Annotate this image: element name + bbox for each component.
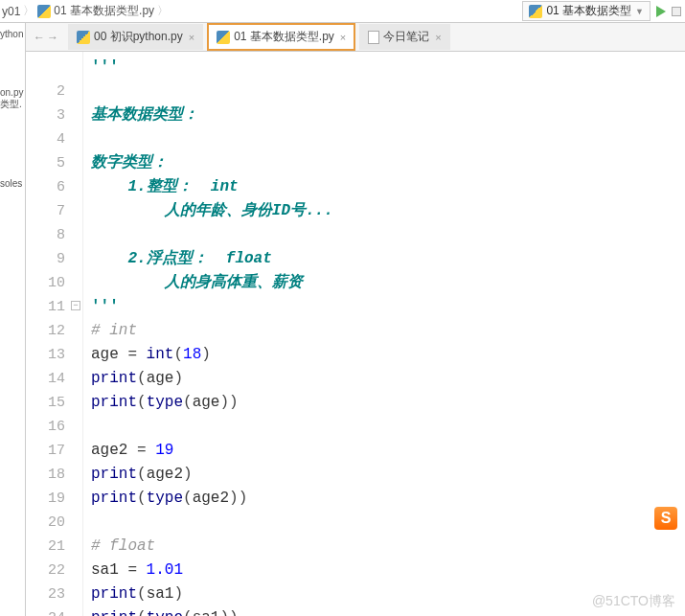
nav-back-icon[interactable]: ← [34, 31, 45, 44]
line-number: 13 [26, 343, 82, 367]
main-row: ython on.py 类型. soles ← → 00 初识python.py… [0, 23, 685, 616]
close-icon[interactable]: × [435, 32, 441, 43]
code-line: age2 = 19 [91, 439, 685, 463]
line-number: 5 [26, 151, 82, 175]
code-line: 人的身高体重、薪资 [91, 271, 685, 295]
code-area[interactable]: ''' 基本数据类型： 数字类型： 1.整型： int 人的年龄、身份ID号..… [83, 52, 685, 616]
line-number: 16 [26, 415, 82, 439]
line-number: 6 [26, 175, 82, 199]
line-gutter: 2 3 4 5 6 7 8 9 10 11− 12 13 14 15 16 17… [26, 52, 83, 616]
line-number: 11− [26, 295, 82, 319]
code-line: 基本数据类型： [91, 103, 685, 127]
line-number: 12 [26, 319, 82, 343]
python-file-icon [529, 5, 542, 18]
line-number: 23 [26, 582, 82, 606]
stop-button[interactable] [672, 7, 681, 16]
code-editor[interactable]: 2 3 4 5 6 7 8 9 10 11− 12 13 14 15 16 17… [26, 52, 685, 616]
breadcrumb-item[interactable]: 01 基本数据类型.py [37, 3, 154, 19]
code-line [91, 415, 685, 439]
line-number [26, 56, 82, 80]
code-line: 2.浮点型： float [91, 247, 685, 271]
line-number: 2 [26, 80, 82, 103]
line-number: 22 [26, 559, 82, 582]
code-line: # int [91, 319, 685, 343]
fold-icon[interactable]: − [71, 301, 80, 310]
line-number: 21 [26, 535, 82, 559]
code-line: print(type(age2)) [91, 487, 685, 511]
line-number: 17 [26, 439, 82, 463]
watermark: @51CTO博客 [592, 593, 675, 610]
consoles-tab-label[interactable]: soles [0, 178, 25, 189]
line-number: 24 [26, 606, 82, 616]
line-number: 4 [26, 127, 82, 151]
line-number: 10 [26, 271, 82, 295]
python-file-icon [77, 31, 90, 44]
line-number: 20 [26, 511, 82, 535]
chevron-right-icon: 〉 [23, 3, 34, 19]
code-line: ''' [91, 295, 685, 319]
code-line: 1.整型： int [91, 175, 685, 199]
text-file-icon [368, 31, 379, 44]
code-line: print(age) [91, 367, 685, 391]
python-file-icon [217, 31, 230, 44]
code-line: age = int(18) [91, 343, 685, 367]
tab-file-2[interactable]: 今日笔记 × [359, 24, 449, 50]
code-line: print(age2) [91, 463, 685, 487]
left-tool-strip: ython on.py 类型. soles [0, 23, 26, 616]
line-number: 15 [26, 391, 82, 415]
code-line: 人的年龄、身份ID号... [91, 199, 685, 223]
close-icon[interactable]: × [189, 32, 194, 43]
center-panel: ← → 00 初识python.py × 01 基本数据类型.py × 今日笔记… [26, 23, 685, 616]
sogou-ime-icon[interactable]: S [654, 507, 677, 530]
line-number: 3 [26, 103, 82, 127]
code-line: ''' [91, 56, 685, 80]
line-number: 9 [26, 247, 82, 271]
line-number: 8 [26, 223, 82, 247]
nav-forward-icon[interactable]: → [47, 31, 58, 44]
tab-label: 01 基本数据类型.py [234, 29, 334, 45]
project-tab-label[interactable]: ython [0, 29, 25, 39]
left-label: 类型. [0, 98, 25, 111]
tab-file-0[interactable]: 00 初识python.py × [68, 24, 203, 50]
toolbar-right: 01 基本数据类型 ▼ [522, 1, 685, 21]
chevron-down-icon: ▼ [635, 7, 644, 16]
breadcrumb: y01 〉 01 基本数据类型.py 〉 [0, 3, 522, 19]
breadcrumb-item[interactable]: y01 [2, 5, 20, 18]
code-line: print(type(age)) [91, 391, 685, 415]
python-file-icon [37, 5, 51, 18]
code-line [91, 127, 685, 151]
top-bar: y01 〉 01 基本数据类型.py 〉 01 基本数据类型 ▼ [0, 0, 685, 23]
tab-file-1[interactable]: 01 基本数据类型.py × [207, 23, 355, 51]
code-line [91, 223, 685, 247]
code-line [91, 80, 685, 103]
tab-label: 00 初识python.py [94, 29, 183, 45]
run-button[interactable] [656, 6, 666, 17]
line-number: 7 [26, 199, 82, 223]
code-line [91, 511, 685, 535]
run-config-selector[interactable]: 01 基本数据类型 ▼ [522, 1, 651, 21]
code-line: # float [91, 535, 685, 559]
code-line: 数字类型： [91, 151, 685, 175]
line-number: 18 [26, 463, 82, 487]
line-number: 14 [26, 367, 82, 391]
line-number: 19 [26, 487, 82, 511]
left-label: on.py [0, 87, 25, 98]
close-icon[interactable]: × [340, 32, 346, 43]
chevron-right-icon: 〉 [157, 3, 169, 19]
code-line: sa1 = 1.01 [91, 559, 685, 582]
editor-tabs: ← → 00 初识python.py × 01 基本数据类型.py × 今日笔记… [26, 23, 685, 52]
nav-arrows: ← → [34, 31, 58, 44]
tab-label: 今日笔记 [383, 29, 429, 45]
